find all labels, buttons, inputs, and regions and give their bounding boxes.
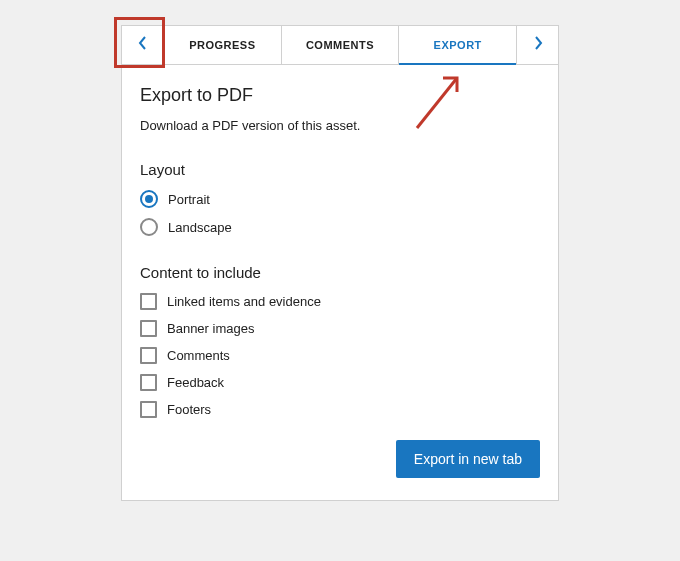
checkbox-linked[interactable]: Linked items and evidence [140, 293, 540, 310]
button-row: Export in new tab [140, 440, 540, 478]
checkbox-icon [140, 293, 157, 310]
panel-body: Export to PDF Download a PDF version of … [122, 64, 558, 500]
radio-icon [140, 190, 158, 208]
checkbox-banner-label: Banner images [167, 321, 254, 336]
checkbox-comments[interactable]: Comments [140, 347, 540, 364]
content-group: Content to include Linked items and evid… [140, 264, 540, 418]
checkbox-feedback[interactable]: Feedback [140, 374, 540, 391]
tabs-next-button[interactable] [516, 26, 558, 64]
chevron-left-icon [138, 36, 148, 54]
radio-icon [140, 218, 158, 236]
tabs-prev-button[interactable] [122, 26, 164, 64]
checkbox-icon [140, 320, 157, 337]
layout-label: Layout [140, 161, 540, 178]
checkbox-icon [140, 401, 157, 418]
tab-comments[interactable]: COMMENTS [282, 26, 400, 64]
page-description: Download a PDF version of this asset. [140, 118, 540, 133]
checkbox-linked-label: Linked items and evidence [167, 294, 321, 309]
checkbox-banner[interactable]: Banner images [140, 320, 540, 337]
checkbox-icon [140, 374, 157, 391]
checkbox-footers-label: Footers [167, 402, 211, 417]
export-button[interactable]: Export in new tab [396, 440, 540, 478]
tab-export[interactable]: EXPORT [399, 26, 516, 64]
content-label: Content to include [140, 264, 540, 281]
radio-portrait-label: Portrait [168, 192, 210, 207]
radio-landscape[interactable]: Landscape [140, 218, 540, 236]
tab-progress-label: PROGRESS [189, 39, 255, 51]
page-title: Export to PDF [140, 85, 540, 106]
layout-group: Layout Portrait Landscape [140, 161, 540, 236]
checkbox-icon [140, 347, 157, 364]
checkbox-footers[interactable]: Footers [140, 401, 540, 418]
radio-portrait[interactable]: Portrait [140, 190, 540, 208]
tab-comments-label: COMMENTS [306, 39, 374, 51]
tab-export-label: EXPORT [434, 39, 482, 51]
checkbox-comments-label: Comments [167, 348, 230, 363]
tab-progress[interactable]: PROGRESS [164, 26, 282, 64]
checkbox-feedback-label: Feedback [167, 375, 224, 390]
export-panel: PROGRESS COMMENTS EXPORT Export to PDF D… [121, 25, 559, 501]
tabs-row: PROGRESS COMMENTS EXPORT [122, 26, 558, 64]
chevron-right-icon [533, 36, 543, 54]
radio-landscape-label: Landscape [168, 220, 232, 235]
